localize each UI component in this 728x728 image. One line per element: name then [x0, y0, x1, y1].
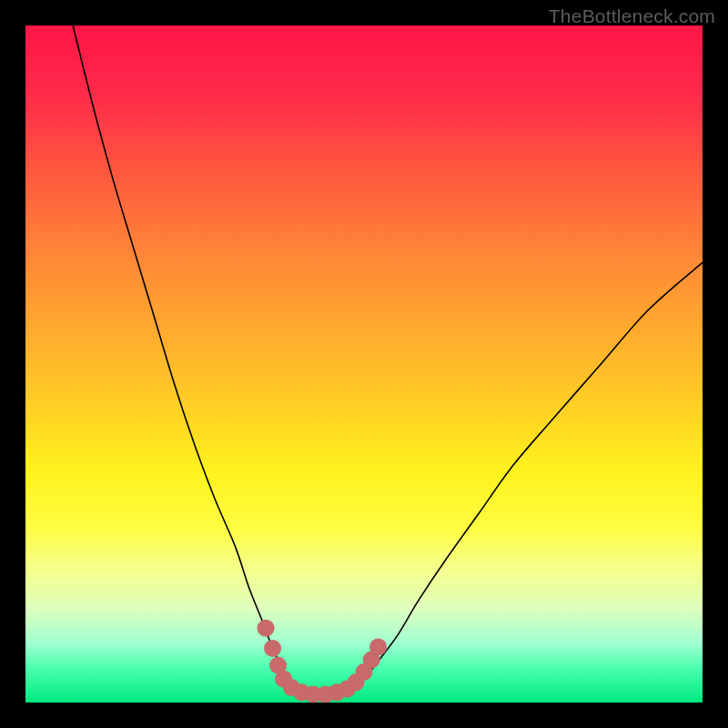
chart-svg — [25, 25, 703, 703]
marker-point — [369, 639, 387, 656]
chart-frame: TheBottleneck.com — [0, 0, 728, 728]
marker-point — [264, 640, 281, 657]
watermark-text: TheBottleneck.com — [549, 5, 715, 27]
bottleneck-curve — [73, 25, 703, 697]
curve-layer — [73, 25, 703, 697]
chart-plot-area — [25, 25, 703, 703]
marker-layer — [258, 620, 388, 703]
marker-point — [258, 620, 275, 637]
